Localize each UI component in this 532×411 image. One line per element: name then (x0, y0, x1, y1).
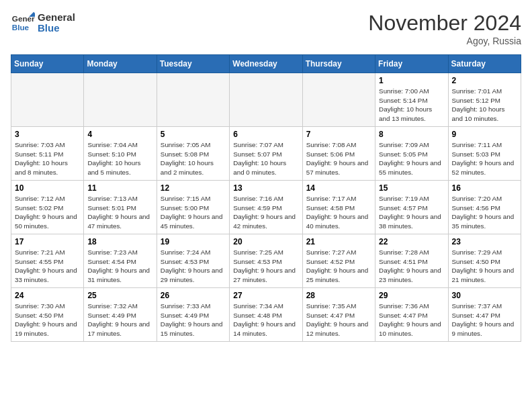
day-number: 11 (87, 183, 152, 193)
calendar-body: 1Sunrise: 7:00 AMSunset: 5:14 PMDaylight… (11, 73, 521, 342)
day-info: Sunrise: 7:07 AMSunset: 5:07 PMDaylight:… (233, 140, 298, 177)
day-number: 3 (15, 130, 80, 139)
day-number: 28 (306, 291, 371, 300)
day-info: Sunrise: 7:13 AMSunset: 5:01 PMDaylight:… (87, 194, 152, 231)
day-number: 19 (161, 237, 226, 246)
weekday-header-row: SundayMondayTuesdayWednesdayThursdayFrid… (11, 55, 521, 73)
calendar-cell: 18Sunrise: 7:23 AMSunset: 4:54 PMDayligh… (84, 234, 157, 288)
calendar-cell (11, 73, 84, 127)
calendar-cell: 22Sunrise: 7:28 AMSunset: 4:51 PMDayligh… (375, 234, 448, 288)
calendar-cell: 6Sunrise: 7:07 AMSunset: 5:07 PMDaylight… (230, 127, 302, 181)
calendar-cell: 21Sunrise: 7:27 AMSunset: 4:52 PMDayligh… (302, 234, 375, 288)
day-info: Sunrise: 7:04 AMSunset: 5:10 PMDaylight:… (87, 140, 152, 177)
calendar-cell: 10Sunrise: 7:12 AMSunset: 5:02 PMDayligh… (11, 181, 84, 234)
day-info: Sunrise: 7:17 AMSunset: 4:58 PMDaylight:… (306, 194, 371, 231)
logo-text: General Blue (38, 12, 75, 34)
day-info: Sunrise: 7:03 AMSunset: 5:11 PMDaylight:… (15, 140, 80, 177)
calendar-cell: 15Sunrise: 7:19 AMSunset: 4:57 PMDayligh… (375, 181, 448, 234)
day-info: Sunrise: 7:09 AMSunset: 5:05 PMDaylight:… (379, 140, 444, 177)
day-number: 7 (306, 130, 371, 139)
logo: General Blue General Blue (11, 11, 75, 35)
calendar-cell: 25Sunrise: 7:32 AMSunset: 4:49 PMDayligh… (84, 288, 157, 342)
weekday-header-thursday: Thursday (302, 55, 375, 73)
day-number: 23 (452, 237, 517, 246)
calendar-cell: 26Sunrise: 7:33 AMSunset: 4:49 PMDayligh… (157, 288, 229, 342)
day-number: 20 (233, 237, 298, 246)
day-number: 16 (452, 183, 517, 193)
calendar-cell (230, 73, 302, 127)
day-number: 25 (87, 291, 152, 300)
location: Agoy, Russia (368, 36, 521, 46)
day-info: Sunrise: 7:32 AMSunset: 4:49 PMDaylight:… (87, 302, 152, 338)
calendar-cell: 29Sunrise: 7:36 AMSunset: 4:47 PMDayligh… (375, 288, 448, 342)
calendar-week-4: 17Sunrise: 7:21 AMSunset: 4:55 PMDayligh… (11, 234, 521, 288)
day-number: 18 (87, 237, 152, 246)
calendar-cell: 27Sunrise: 7:34 AMSunset: 4:48 PMDayligh… (230, 288, 302, 342)
day-number: 27 (233, 291, 298, 300)
day-info: Sunrise: 7:27 AMSunset: 4:52 PMDaylight:… (306, 248, 371, 285)
day-info: Sunrise: 7:15 AMSunset: 5:00 PMDaylight:… (161, 194, 226, 231)
calendar-cell: 14Sunrise: 7:17 AMSunset: 4:58 PMDayligh… (302, 181, 375, 234)
calendar-cell: 20Sunrise: 7:25 AMSunset: 4:53 PMDayligh… (230, 234, 302, 288)
calendar-cell: 13Sunrise: 7:16 AMSunset: 4:59 PMDayligh… (230, 181, 302, 234)
calendar-header: SundayMondayTuesdayWednesdayThursdayFrid… (11, 55, 521, 73)
day-info: Sunrise: 7:05 AMSunset: 5:08 PMDaylight:… (161, 140, 226, 177)
day-info: Sunrise: 7:24 AMSunset: 4:53 PMDaylight:… (161, 248, 226, 285)
day-info: Sunrise: 7:01 AMSunset: 5:12 PMDaylight:… (452, 87, 517, 124)
calendar-cell (84, 73, 157, 127)
day-info: Sunrise: 7:19 AMSunset: 4:57 PMDaylight:… (379, 194, 444, 231)
logo-icon: General Blue (11, 11, 35, 35)
month-title: November 2024 (368, 11, 521, 36)
day-number: 26 (161, 291, 226, 300)
calendar-cell: 17Sunrise: 7:21 AMSunset: 4:55 PMDayligh… (11, 234, 84, 288)
svg-text:Blue: Blue (12, 23, 30, 32)
calendar-cell: 23Sunrise: 7:29 AMSunset: 4:50 PMDayligh… (448, 234, 521, 288)
day-number: 17 (15, 237, 80, 246)
logo-general: General (38, 12, 75, 24)
weekday-header-sunday: Sunday (11, 55, 84, 73)
day-number: 5 (161, 130, 226, 139)
logo-blue-text: Blue (38, 23, 75, 34)
calendar-cell: 1Sunrise: 7:00 AMSunset: 5:14 PMDaylight… (375, 73, 448, 127)
day-number: 10 (15, 183, 80, 193)
calendar-cell: 7Sunrise: 7:08 AMSunset: 5:06 PMDaylight… (302, 127, 375, 181)
day-number: 21 (306, 237, 371, 246)
day-number: 6 (233, 130, 298, 139)
day-number: 1 (379, 76, 444, 85)
day-info: Sunrise: 7:00 AMSunset: 5:14 PMDaylight:… (379, 87, 444, 124)
day-number: 30 (452, 291, 517, 300)
day-number: 12 (161, 183, 226, 193)
title-block: November 2024 Agoy, Russia (368, 11, 521, 46)
day-info: Sunrise: 7:30 AMSunset: 4:50 PMDaylight:… (15, 302, 80, 338)
weekday-header-tuesday: Tuesday (157, 55, 229, 73)
calendar-cell: 28Sunrise: 7:35 AMSunset: 4:47 PMDayligh… (302, 288, 375, 342)
calendar-cell (157, 73, 229, 127)
day-number: 9 (452, 130, 517, 139)
calendar-week-1: 1Sunrise: 7:00 AMSunset: 5:14 PMDaylight… (11, 73, 521, 127)
weekday-header-friday: Friday (375, 55, 448, 73)
day-info: Sunrise: 7:20 AMSunset: 4:56 PMDaylight:… (452, 194, 517, 231)
day-info: Sunrise: 7:16 AMSunset: 4:59 PMDaylight:… (233, 194, 298, 231)
calendar-cell: 24Sunrise: 7:30 AMSunset: 4:50 PMDayligh… (11, 288, 84, 342)
day-info: Sunrise: 7:37 AMSunset: 4:47 PMDaylight:… (452, 302, 517, 338)
weekday-header-saturday: Saturday (448, 55, 521, 73)
calendar-cell: 16Sunrise: 7:20 AMSunset: 4:56 PMDayligh… (448, 181, 521, 234)
day-info: Sunrise: 7:25 AMSunset: 4:53 PMDaylight:… (233, 248, 298, 285)
day-number: 8 (379, 130, 444, 139)
day-number: 4 (87, 130, 152, 139)
day-number: 2 (452, 76, 517, 85)
day-info: Sunrise: 7:12 AMSunset: 5:02 PMDaylight:… (15, 194, 80, 231)
calendar-week-5: 24Sunrise: 7:30 AMSunset: 4:50 PMDayligh… (11, 288, 521, 342)
calendar-cell: 11Sunrise: 7:13 AMSunset: 5:01 PMDayligh… (84, 181, 157, 234)
calendar-cell: 8Sunrise: 7:09 AMSunset: 5:05 PMDaylight… (375, 127, 448, 181)
calendar-cell: 9Sunrise: 7:11 AMSunset: 5:03 PMDaylight… (448, 127, 521, 181)
day-info: Sunrise: 7:34 AMSunset: 4:48 PMDaylight:… (233, 302, 298, 338)
day-info: Sunrise: 7:29 AMSunset: 4:50 PMDaylight:… (452, 248, 517, 285)
day-info: Sunrise: 7:11 AMSunset: 5:03 PMDaylight:… (452, 140, 517, 177)
calendar-cell: 5Sunrise: 7:05 AMSunset: 5:08 PMDaylight… (157, 127, 229, 181)
calendar-table: SundayMondayTuesdayWednesdayThursdayFrid… (11, 54, 521, 342)
day-number: 14 (306, 183, 371, 193)
day-info: Sunrise: 7:23 AMSunset: 4:54 PMDaylight:… (87, 248, 152, 285)
calendar-week-3: 10Sunrise: 7:12 AMSunset: 5:02 PMDayligh… (11, 181, 521, 234)
page-header: General Blue General Blue November 2024 … (11, 11, 521, 46)
